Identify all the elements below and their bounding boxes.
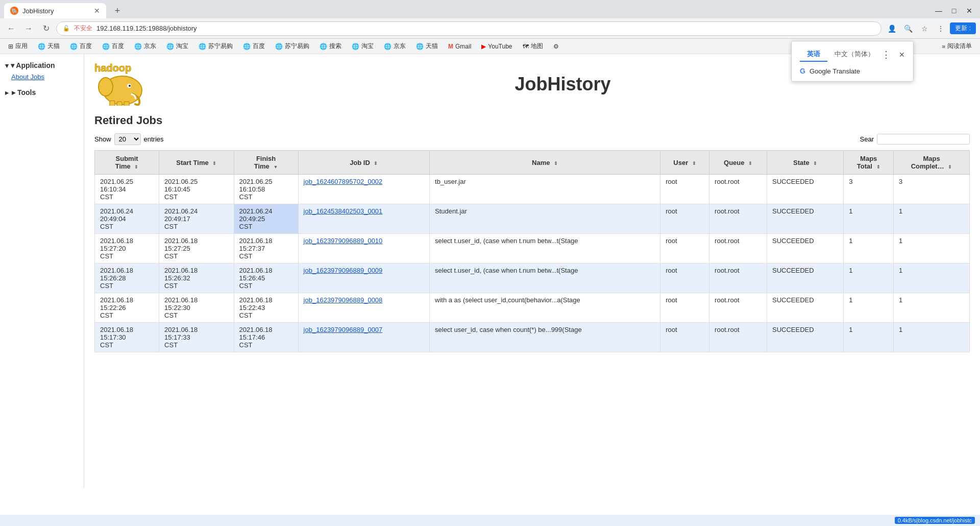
cell-queue: root.root xyxy=(709,175,767,204)
cell-name: select user_id, case when count(*) be...… xyxy=(430,323,660,352)
about-jobs-link[interactable]: About Jobs xyxy=(0,71,84,82)
application-header[interactable]: ▾ ▾ Application xyxy=(0,59,84,71)
bookmark-label: 京东 xyxy=(144,42,156,51)
bookmark-label: 百度 xyxy=(112,42,124,51)
cell-finish-time: 2021.06.25 16:10:58 CST xyxy=(234,175,298,204)
cell-maps-complete: 3 xyxy=(894,175,970,204)
bookmark-gmail[interactable]: M Gmail xyxy=(444,42,475,51)
bookmark-suning2[interactable]: 🌐 苏宁易购 xyxy=(271,41,313,52)
bookmark-icon: 🌐 xyxy=(243,43,251,50)
th-start-time[interactable]: Start Time ⇕ xyxy=(159,151,234,175)
cell-job-id[interactable]: job_1623979096889_0008 xyxy=(298,293,429,323)
forward-button[interactable]: → xyxy=(21,21,36,36)
cell-name: tb_user.jar xyxy=(430,175,660,204)
bookmark-jd2[interactable]: 🌐 京东 xyxy=(380,41,410,52)
new-tab-button[interactable]: + xyxy=(110,4,125,18)
entries-select[interactable]: 10 20 50 100 xyxy=(114,133,141,145)
cell-maps-total: 1 xyxy=(844,323,894,352)
cell-state: SUCCEEDED xyxy=(767,264,844,293)
cell-job-id[interactable]: job_1624538402503_0001 xyxy=(298,204,429,234)
address-prefix: 不安全 xyxy=(74,24,92,33)
tab-close-button[interactable]: ✕ xyxy=(94,7,100,15)
cell-start-time: 2021.06.25 16:10:45 CST xyxy=(159,175,234,204)
reload-button[interactable]: ↻ xyxy=(39,21,53,36)
bookmark-icon[interactable]: ☆ xyxy=(917,21,932,36)
lang-en-button[interactable]: 英语 xyxy=(800,47,827,62)
th-queue[interactable]: Queue ⇕ xyxy=(709,151,767,175)
cell-state: SUCCEEDED xyxy=(767,234,844,264)
back-button[interactable]: ← xyxy=(4,21,18,36)
bookmark-suning[interactable]: 🌐 苏宁易购 xyxy=(194,41,237,52)
bookmark-settings[interactable]: ⚙ xyxy=(549,42,563,51)
cell-submit-time: 2021.06.18 15:22:26 CST xyxy=(95,293,159,323)
bookmark-taobao[interactable]: 🌐 淘宝 xyxy=(162,41,192,52)
bookmark-taobao2[interactable]: 🌐 淘宝 xyxy=(348,41,378,52)
bookmark-search[interactable]: 🌐 搜索 xyxy=(315,41,346,52)
svg-point-1 xyxy=(99,78,113,96)
hadoop-logo-svg: hadoop xyxy=(94,62,156,106)
cell-job-id[interactable]: job_1623979096889_0010 xyxy=(298,234,429,264)
bookmark-youtube[interactable]: ▶ YouTube xyxy=(477,42,516,51)
cell-job-id[interactable]: job_1623979096889_0009 xyxy=(298,264,429,293)
jobs-tbody: 2021.06.25 16:10:34 CST2021.06.25 16:10:… xyxy=(95,175,970,352)
cell-job-id[interactable]: job_1624607895702_0002 xyxy=(298,175,429,204)
bookmark-tianmao2[interactable]: 🌐 天猫 xyxy=(412,41,442,52)
menu-icon[interactable]: ⋮ xyxy=(934,21,948,36)
address-text[interactable]: 192.168.119.125:19888/jobhistory xyxy=(96,25,875,32)
bookmark-label: 阅读清单 xyxy=(947,42,972,51)
zoom-icon[interactable]: 🔍 xyxy=(901,21,915,36)
tools-header[interactable]: ▸ ▸ Tools xyxy=(0,86,84,99)
bookmark-jd[interactable]: 🌐 京东 xyxy=(130,41,160,52)
toolbar-right: 👤 🔍 ☆ ⋮ 更新 : xyxy=(885,21,976,36)
search-input[interactable] xyxy=(877,134,970,145)
job-id-link[interactable]: job_1623979096889_0009 xyxy=(304,267,383,274)
cell-maps-total: 1 xyxy=(844,293,894,323)
job-id-link[interactable]: job_1623979096889_0008 xyxy=(304,296,383,304)
application-label: ▾ Application xyxy=(11,61,55,69)
svg-text:hadoop: hadoop xyxy=(94,62,131,74)
job-id-link[interactable]: job_1623979096889_0007 xyxy=(304,326,383,333)
profile-icon[interactable]: 👤 xyxy=(885,21,899,36)
th-maps-total[interactable]: MapsTotal ⇕ xyxy=(844,151,894,175)
close-button[interactable]: ✕ xyxy=(963,4,976,17)
cell-maps-complete: 1 xyxy=(894,234,970,264)
maximize-button[interactable]: □ xyxy=(947,4,961,17)
table-row: 2021.06.18 15:27:20 CST2021.06.18 15:27:… xyxy=(95,234,970,264)
th-user[interactable]: User ⇕ xyxy=(660,151,709,175)
th-state[interactable]: State ⇕ xyxy=(767,151,844,175)
cell-job-id[interactable]: job_1623979096889_0007 xyxy=(298,323,429,352)
browser-titlebar: 🐘 JobHistory ✕ + — □ ✕ xyxy=(0,0,980,18)
bookmark-baidu2[interactable]: 🌐 百度 xyxy=(98,41,128,52)
cell-user: root xyxy=(660,175,709,204)
th-job-id[interactable]: Job ID ⇕ xyxy=(298,151,429,175)
translate-menu-button[interactable]: ⋮ xyxy=(881,49,891,60)
tab-title: JobHistory xyxy=(22,7,54,15)
th-submit-time[interactable]: SubmitTime ⇕ xyxy=(95,151,159,175)
bookmark-label: 苏宁易购 xyxy=(285,42,309,51)
cell-name: select t.user_id, (case when t.num betw.… xyxy=(430,264,660,293)
th-maps-complete[interactable]: MapsComplet… ⇕ xyxy=(894,151,970,175)
translate-close-button[interactable]: ✕ xyxy=(899,51,905,59)
job-id-link[interactable]: job_1624538402503_0001 xyxy=(304,207,383,215)
bookmark-tianmao[interactable]: 🌐 天猫 xyxy=(34,41,64,52)
bookmark-label: 天猫 xyxy=(426,42,438,51)
lang-zh-button[interactable]: 中文（简体） xyxy=(827,47,881,62)
browser-tab[interactable]: 🐘 JobHistory ✕ xyxy=(4,3,106,18)
update-button[interactable]: 更新 : xyxy=(950,22,976,34)
job-id-link[interactable]: job_1623979096889_0010 xyxy=(304,237,383,245)
bookmark-more[interactable]: » 阅读清单 xyxy=(938,41,976,52)
th-name[interactable]: Name ⇕ xyxy=(430,151,660,175)
bookmark-baidu1[interactable]: 🌐 百度 xyxy=(66,41,96,52)
table-row: 2021.06.18 15:26:28 CST2021.06.18 15:26:… xyxy=(95,264,970,293)
bookmark-maps[interactable]: 🗺 地图 xyxy=(519,41,547,52)
tools-section: ▸ ▸ Tools xyxy=(0,86,84,99)
bookmark-label: 天猫 xyxy=(47,42,60,51)
th-finish-time[interactable]: FinishTime ▼ xyxy=(234,151,298,175)
job-id-link[interactable]: job_1624607895702_0002 xyxy=(304,178,383,185)
bookmark-baidu3[interactable]: 🌐 百度 xyxy=(239,41,269,52)
bookmark-label: 淘宝 xyxy=(176,42,188,51)
bookmark-apps[interactable]: ⊞ 应用 xyxy=(4,41,32,52)
address-bar[interactable]: 🔓 不安全 192.168.119.125:19888/jobhistory xyxy=(56,21,881,36)
minimize-button[interactable]: — xyxy=(932,4,945,17)
jobs-table: SubmitTime ⇕ Start Time ⇕ FinishTime ▼ J… xyxy=(94,150,970,352)
